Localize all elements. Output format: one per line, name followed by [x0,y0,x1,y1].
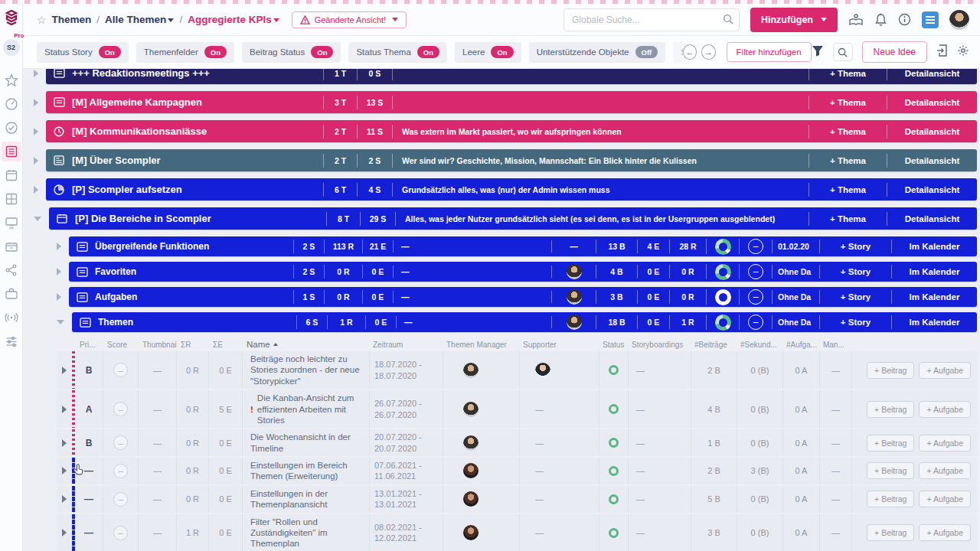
theme-bar[interactable]: +++ Redaktionsmeetings +++ 1 T 0 S + The… [46,69,977,84]
table-row[interactable]: B – — 0 R 0 E Beiträge noch leichter zu … [57,351,977,389]
grid-icon[interactable] [2,189,21,209]
apps-icon[interactable] [922,11,939,28]
column-header[interactable]: Themen Manager [443,341,519,349]
network-icon[interactable] [2,260,21,280]
add-beitrag-button[interactable]: + Beitrag [867,401,914,418]
column-header[interactable]: #Sekund... [737,341,782,349]
table-row[interactable]: — – — 1 R 0 E Filter "Rollen und Zuständ… [57,514,977,551]
column-header[interactable]: ΣR [177,341,209,349]
sliders-icon[interactable] [2,331,21,351]
expand-arrow-icon[interactable] [34,186,38,194]
column-header[interactable]: Score [103,341,139,349]
info-icon[interactable] [898,13,911,26]
add-beitrag-button[interactable]: + Beitrag [867,362,914,379]
collapse-arrow-icon[interactable] [57,320,64,324]
add-button[interactable]: Hinzufügen [750,8,838,32]
minus-status-icon[interactable]: – [739,289,772,305]
star-icon[interactable] [2,70,21,90]
gauge-icon[interactable] [2,94,21,114]
expand-arrow-icon[interactable] [57,458,72,484]
content-plan-icon[interactable] [2,142,21,161]
scompler-logo-icon[interactable] [5,10,18,28]
detailansicht-button[interactable]: Detailansicht [887,183,977,197]
handbook-icon[interactable] [848,13,864,27]
filter-chip[interactable]: LeereOn [455,42,521,63]
cell-story-name[interactable]: Die Wochenansicht in der Timeline [242,429,369,456]
minus-status-icon[interactable]: – [739,264,772,279]
table-search-icon[interactable] [833,43,853,61]
scroll-left-icon[interactable]: ← [683,44,697,60]
archive-icon[interactable] [2,236,21,256]
add-aufgabe-button[interactable]: + Aufgabe [919,462,971,479]
theme-bar[interactable]: [M] Über Scompler 2 T 2 S Wer sind wir? … [46,149,977,171]
add-aufgabe-button[interactable]: + Aufgabe [919,524,971,541]
cell-story-name[interactable]: Einstellungen in der Themenplanansicht [242,486,369,513]
add-aufgabe-button[interactable]: + Aufgabe [919,491,971,507]
user-avatar[interactable] [949,10,969,30]
cell-story-name[interactable]: !Die Kanban-Ansicht zum effizienten Arbe… [242,390,369,428]
im-kalender-button[interactable]: Im Kalender [891,315,977,329]
new-idea-button[interactable]: Neue Idee [862,41,927,63]
add-thema-button[interactable]: + Thema [808,96,887,109]
detailansicht-button[interactable]: Detailansicht [887,125,977,139]
im-kalender-button[interactable]: Im Kalender [891,240,977,253]
table-row[interactable]: B – — 0 R 0 E Die Wochenansicht in der T… [57,429,977,456]
bell-icon[interactable] [874,13,887,27]
add-thema-button[interactable]: + Thema [808,154,887,168]
favorite-star-icon[interactable]: ☆ [37,14,47,26]
column-header[interactable]: Storyboardings [628,341,691,349]
briefcase-icon[interactable] [2,284,21,304]
filter-funnel-icon[interactable] [812,45,824,60]
add-aufgabe-button[interactable]: + Aufgabe [919,362,971,379]
add-story-button[interactable]: + Story [819,240,891,253]
column-header[interactable]: Thumbnail [139,341,177,349]
cell-story-name[interactable]: Filter "Rollen und Zuständigkeiten" im T… [242,514,369,551]
filter-chip[interactable]: ThemenfelderOn [136,42,234,63]
add-beitrag-button[interactable]: + Beitrag [867,491,914,507]
add-thema-button[interactable]: + Thema [808,212,887,226]
scroll-right-icon[interactable]: → [701,44,715,60]
add-thema-button[interactable]: + Thema [808,69,887,80]
add-beitrag-button[interactable]: + Beitrag [867,462,914,479]
expand-arrow-icon[interactable] [57,243,61,250]
expand-arrow-icon[interactable] [57,268,61,276]
theme-bar[interactable]: [P] Scompler aufsetzen 6 T 4 S Grundsätz… [46,178,977,201]
expand-arrow-icon[interactable] [34,70,38,77]
column-header[interactable]: #Aufga... [782,341,819,349]
check-circle-icon[interactable] [2,118,21,138]
add-thema-button[interactable]: + Thema [808,183,887,197]
table-row[interactable]: — – — 0 R 0 E Einstellungen in der Theme… [57,486,977,513]
expand-arrow-icon[interactable] [57,514,72,551]
column-header[interactable]: #Beiträge [691,341,737,349]
cell-story-name[interactable]: Beiträge noch leichter zu Stories zuordn… [242,351,369,389]
im-kalender-button[interactable]: Im Kalender [891,265,977,279]
column-header[interactable]: Zeitraum [369,338,443,351]
add-beitrag-button[interactable]: + Beitrag [867,524,914,541]
filter-chip[interactable]: Beitrag StatusOn [242,42,341,63]
column-header[interactable]: Man... [819,341,851,349]
calendar-icon[interactable] [2,165,21,185]
table-row[interactable]: A – — 0 R 5 E !Die Kanban-Ansicht zum ef… [57,390,977,428]
changed-view-button[interactable]: Geänderte Ansicht! [292,11,407,28]
filter-chip[interactable]: Story Verantw [673,42,683,63]
global-search-input[interactable] [564,8,740,31]
column-header[interactable]: ΣE [209,341,243,349]
detailansicht-button[interactable]: Detailansicht [887,212,977,226]
filter-chip[interactable]: Unterstützende ObjekteOff [529,42,666,63]
column-header[interactable]: Supporter [519,341,599,349]
table-row[interactable]: — – — 0 R 0 E Einstellungen im Bereich T… [57,458,977,484]
add-aufgabe-button[interactable]: + Aufgabe [919,401,971,418]
presentation-icon[interactable] [2,213,21,233]
theme-bar[interactable]: [M] Allgemeine Kampagnen 3 T 13 S + Them… [46,91,977,113]
add-story-button[interactable]: + Story [819,290,891,304]
im-kalender-button[interactable]: Im Kalender [891,290,977,304]
column-header[interactable]: Name [243,337,369,352]
export-icon[interactable] [936,44,948,60]
column-header[interactable]: Pri... [76,341,103,349]
filter-chip[interactable]: Status StoryOn [37,42,129,63]
story-group-bar[interactable]: Themen 6 S 1 R 0 E — 18 B 0 E 1 R – Ohne… [72,312,977,332]
add-beitrag-button[interactable]: + Beitrag [867,435,914,452]
expand-arrow-icon[interactable] [34,128,38,135]
expand-arrow-icon[interactable] [57,351,72,389]
expand-arrow-icon[interactable] [57,486,72,513]
